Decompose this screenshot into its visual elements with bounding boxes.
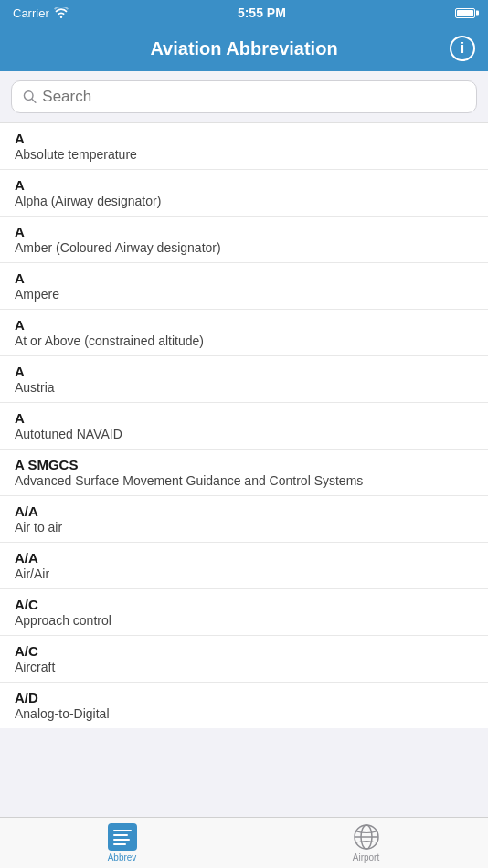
nav-title: Aviation Abbreviation xyxy=(150,38,337,59)
list-item[interactable]: AAutotuned NAVAID xyxy=(0,403,488,450)
info-button[interactable]: i xyxy=(450,36,475,61)
abbrev-definition: Aircraft xyxy=(15,660,473,674)
icon-line-1 xyxy=(113,830,132,831)
list-item[interactable]: AAustria xyxy=(0,356,488,403)
abbrev-definition: Air/Air xyxy=(15,566,473,581)
abbrev-definition: Amber (Coloured Airway designator) xyxy=(15,240,473,255)
status-left: Carrier xyxy=(13,6,69,20)
abbrev-definition: Autotuned NAVAID xyxy=(15,427,473,441)
abbrev-definition: Ampere xyxy=(15,287,473,302)
search-container xyxy=(0,71,488,122)
nav-bar: Aviation Abbreviation i xyxy=(0,26,488,71)
abbrev-code: A xyxy=(15,364,473,379)
abbrev-code: A xyxy=(15,131,473,146)
abbrev-definition: At or Above (constrained altitude) xyxy=(15,333,473,348)
abbrev-code: A xyxy=(15,177,473,193)
wifi-icon xyxy=(54,7,69,18)
tab-airport[interactable]: Airport xyxy=(244,818,488,868)
status-time: 5:55 PM xyxy=(238,5,286,20)
list-container: AAbsolute temperatureAAlpha (Airway desi… xyxy=(0,122,488,728)
icon-line-3 xyxy=(113,839,130,841)
abbrev-code: A xyxy=(15,224,473,239)
carrier-label: Carrier xyxy=(13,6,49,20)
abbrev-definition: Analog-to-Digital xyxy=(15,706,473,721)
list-item[interactable]: A/DAnalog-to-Digital xyxy=(0,683,488,728)
scroll-area[interactable]: AAbsolute temperatureAAlpha (Airway desi… xyxy=(0,122,488,820)
abbrev-code: A/A xyxy=(15,503,473,519)
list-item[interactable]: AAbsolute temperature xyxy=(0,123,488,170)
list-item[interactable]: A/CAircraft xyxy=(0,636,488,683)
abbrev-code: A/C xyxy=(15,643,473,659)
abbrev-definition: Approach control xyxy=(15,613,473,628)
list-item[interactable]: AAlpha (Airway designator) xyxy=(0,170,488,217)
abbrev-definition: Austria xyxy=(15,380,473,395)
list-item[interactable]: A/AAir to air xyxy=(0,496,488,543)
list-item[interactable]: A/CApproach control xyxy=(0,589,488,636)
airport-tab-label: Airport xyxy=(353,852,379,863)
abbrev-code: A xyxy=(15,270,473,286)
status-bar: Carrier 5:55 PM xyxy=(0,0,488,26)
battery-icon xyxy=(455,8,475,18)
svg-line-1 xyxy=(32,99,36,102)
abbrev-code: A SMGCS xyxy=(15,457,473,472)
abbrev-code: A/C xyxy=(15,597,473,612)
list-item[interactable]: AAt or Above (constrained altitude) xyxy=(0,310,488,356)
list-item[interactable]: AAmber (Coloured Airway designator) xyxy=(0,217,488,263)
abbrev-tab-icon xyxy=(108,823,137,851)
list-item[interactable]: AAmpere xyxy=(0,263,488,310)
abbrev-code: A/A xyxy=(15,550,473,566)
icon-line-2 xyxy=(113,834,128,836)
list-item[interactable]: A SMGCSAdvanced Surface Movement Guidanc… xyxy=(0,450,488,496)
tab-bar: Abbrev Airport xyxy=(0,817,488,868)
abbrev-code: A xyxy=(15,410,473,426)
abbrev-code: A/D xyxy=(15,690,473,705)
list-item[interactable]: A/AAir/Air xyxy=(0,543,488,589)
abbrev-definition: Advanced Surface Movement Guidance and C… xyxy=(15,473,473,488)
search-input[interactable] xyxy=(42,88,465,106)
abbrev-code: A xyxy=(15,317,473,333)
tab-abbrev[interactable]: Abbrev xyxy=(0,818,244,868)
abbrev-tab-label: Abbrev xyxy=(108,852,137,863)
abbrev-definition: Alpha (Airway designator) xyxy=(15,194,473,208)
globe-icon xyxy=(353,823,380,851)
search-icon xyxy=(23,90,37,104)
status-right xyxy=(455,8,475,18)
abbrev-definition: Air to air xyxy=(15,520,473,535)
search-bar xyxy=(11,80,477,113)
icon-line-4 xyxy=(113,843,126,845)
abbrev-definition: Absolute temperature xyxy=(15,147,473,162)
